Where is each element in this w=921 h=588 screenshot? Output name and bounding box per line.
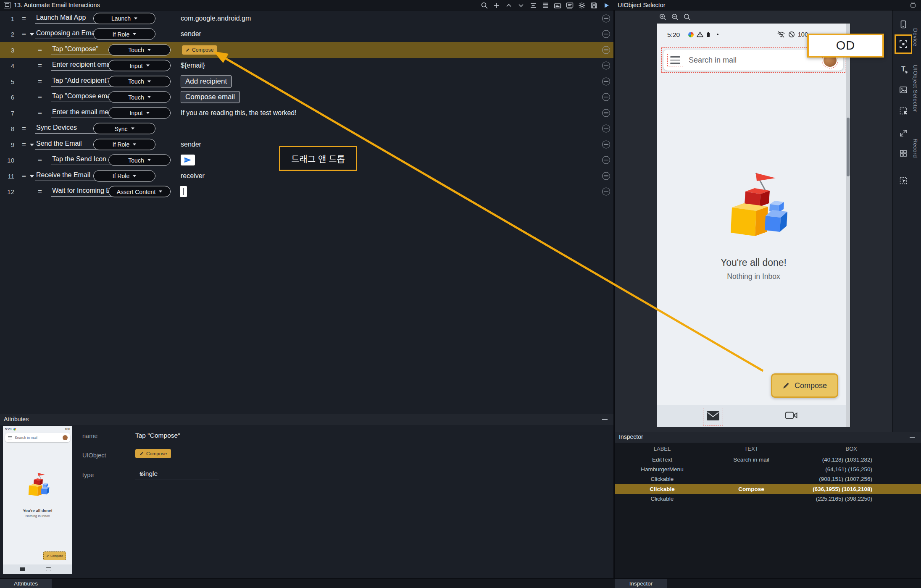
insert-above-icon[interactable] xyxy=(553,1,562,10)
column-label: LABEL xyxy=(615,446,709,452)
minimize-icon[interactable] xyxy=(910,437,915,438)
tab-attributes[interactable]: Attributes xyxy=(0,579,52,588)
search-placeholder[interactable]: Search in mail xyxy=(689,56,737,65)
step-type-dropdown[interactable]: If Role xyxy=(93,139,155,150)
zoom-out-icon[interactable] xyxy=(671,13,679,21)
video-tab-icon[interactable] xyxy=(785,411,797,421)
run-play-icon[interactable] xyxy=(602,1,610,10)
attributes-header[interactable]: Attributes xyxy=(0,414,613,425)
remove-step-button[interactable] xyxy=(602,30,610,38)
step-type-dropdown[interactable]: Sync xyxy=(93,123,155,134)
move-down-icon[interactable] xyxy=(517,1,525,10)
remove-step-button[interactable] xyxy=(602,140,610,148)
drag-handle-icon[interactable]: = xyxy=(38,61,42,70)
drag-handle-icon[interactable]: = xyxy=(22,30,26,38)
remove-step-button[interactable] xyxy=(602,93,610,101)
attributes-screenshot-thumbnail[interactable]: 5:20 100 Search in mail You're all done!… xyxy=(3,426,72,574)
remove-step-button[interactable] xyxy=(602,188,610,196)
inspector-header[interactable]: Inspector xyxy=(615,432,921,443)
remove-step-button[interactable] xyxy=(602,125,610,133)
move-up-icon[interactable] xyxy=(505,1,513,10)
drag-handle-icon[interactable]: = xyxy=(38,187,42,196)
inspector-row[interactable]: Clickable(908,151) (1007,256) xyxy=(615,474,921,484)
resize-tool-icon[interactable] xyxy=(896,126,911,141)
step-row[interactable]: 8=Sync DevicesSync xyxy=(0,121,613,137)
insert-below-icon[interactable] xyxy=(566,1,574,10)
minimize-icon[interactable] xyxy=(602,419,608,420)
drag-handle-icon[interactable]: = xyxy=(38,93,42,101)
remove-step-button[interactable] xyxy=(602,77,610,85)
drag-handle-icon[interactable]: = xyxy=(22,14,26,23)
step-type-dropdown[interactable]: Touch xyxy=(108,92,171,103)
drag-handle-icon[interactable]: = xyxy=(38,77,42,86)
step-row[interactable]: 2=Composing an EmailIf Rolesender xyxy=(0,26,613,42)
mail-tab-icon[interactable] xyxy=(707,411,719,422)
save-icon[interactable] xyxy=(590,1,598,10)
settings-gear-icon[interactable] xyxy=(578,1,586,10)
send-icon-chip[interactable] xyxy=(181,155,195,165)
step-type-dropdown[interactable]: Input xyxy=(108,107,171,118)
crosshair-tool-icon[interactable] xyxy=(896,173,911,188)
collapse-all-icon[interactable] xyxy=(529,1,537,10)
uiobject-chip[interactable]: Compose xyxy=(135,449,171,458)
collapse-caret-icon[interactable] xyxy=(30,144,34,146)
step-type-dropdown[interactable]: Launch xyxy=(93,13,155,24)
drag-handle-icon[interactable]: = xyxy=(22,124,26,133)
type-select[interactable]: Single xyxy=(135,469,219,480)
device-screen-preview[interactable]: 5:20 100 Search in mail You're all done!… xyxy=(657,24,850,427)
hamburger-menu-icon[interactable] xyxy=(670,56,680,64)
step-row[interactable]: 7=Enter the email messInputIf you are re… xyxy=(0,105,613,121)
step-type-dropdown[interactable]: If Role xyxy=(93,29,155,40)
device-icon[interactable] xyxy=(896,17,911,32)
inspector-row[interactable]: Clickable(225,2165) (398,2250) xyxy=(615,494,921,504)
collapse-caret-icon[interactable] xyxy=(30,33,34,36)
image-select-tool-icon[interactable] xyxy=(896,82,911,97)
drag-handle-icon[interactable]: = xyxy=(38,46,42,54)
grid-tool-icon[interactable] xyxy=(896,146,911,161)
remove-step-button[interactable] xyxy=(602,109,610,117)
inspector-row[interactable]: HamburgerMenu(64,161) (156,250) xyxy=(615,464,921,474)
phone-scrollbar-thumb[interactable] xyxy=(847,118,850,176)
step-type-dropdown[interactable]: Touch xyxy=(108,155,171,166)
search-icon[interactable] xyxy=(480,1,489,10)
step-type-dropdown[interactable]: Touch xyxy=(108,44,171,55)
collapse-caret-icon[interactable] xyxy=(30,175,34,178)
step-type-dropdown[interactable]: Assert Content xyxy=(108,186,171,197)
thumb-hamburger-icon xyxy=(8,436,12,439)
text-select-tool-icon[interactable]: T xyxy=(896,62,911,77)
content-snippet-chip[interactable] xyxy=(180,186,187,197)
zoom-reset-icon[interactable] xyxy=(683,13,691,21)
compose-uiobject-chip[interactable]: Compose xyxy=(182,45,217,55)
drag-handle-icon[interactable]: = xyxy=(22,140,26,149)
step-row[interactable]: 6=Tap "Compose email"TouchCompose email xyxy=(0,89,613,105)
inspector-row[interactable]: EditTextSearch in mail(40,128) (1031,282… xyxy=(615,454,921,464)
step-type-dropdown[interactable]: Touch xyxy=(108,76,171,87)
object-detection-tool-icon[interactable] xyxy=(895,34,912,54)
panel-divider[interactable] xyxy=(613,10,615,588)
step-row[interactable]: 3=Tap "Compose"TouchCompose xyxy=(0,42,613,58)
drag-handle-icon[interactable]: = xyxy=(38,109,42,117)
phone-scrollbar[interactable] xyxy=(846,24,850,427)
remove-step-button[interactable] xyxy=(602,46,610,54)
name-field-value[interactable]: Tap "Compose" xyxy=(135,432,180,439)
add-step-icon[interactable] xyxy=(492,1,501,10)
remove-step-button[interactable] xyxy=(602,156,610,164)
inspector-row[interactable]: ClickableCompose(636,1955) (1016,2108) xyxy=(615,484,921,494)
drag-handle-icon[interactable]: = xyxy=(38,156,42,164)
zoom-in-icon[interactable] xyxy=(659,13,667,21)
remove-step-button[interactable] xyxy=(602,172,610,180)
step-row[interactable]: 4=Enter recipient emailInput${email} xyxy=(0,58,613,74)
step-type-dropdown[interactable]: If Role xyxy=(93,170,155,181)
connection-icon[interactable] xyxy=(909,1,917,10)
step-row[interactable]: 5=Tap "Add recipient"TouchAdd recipient xyxy=(0,74,613,89)
compose-button[interactable]: Compose xyxy=(771,373,838,398)
step-type-dropdown[interactable]: Input xyxy=(108,60,171,71)
step-row[interactable]: 12=Wait for Incoming EmAssert Content xyxy=(0,184,613,200)
region-select-tool-icon[interactable] xyxy=(896,103,911,118)
expand-all-icon[interactable] xyxy=(541,1,550,10)
remove-step-button[interactable] xyxy=(602,62,610,70)
tab-inspector[interactable]: Inspector xyxy=(615,579,667,588)
drag-handle-icon[interactable]: = xyxy=(22,172,26,180)
remove-step-button[interactable] xyxy=(602,14,610,22)
step-row[interactable]: 1=Launch Mail AppLaunchcom.google.androi… xyxy=(0,10,613,26)
